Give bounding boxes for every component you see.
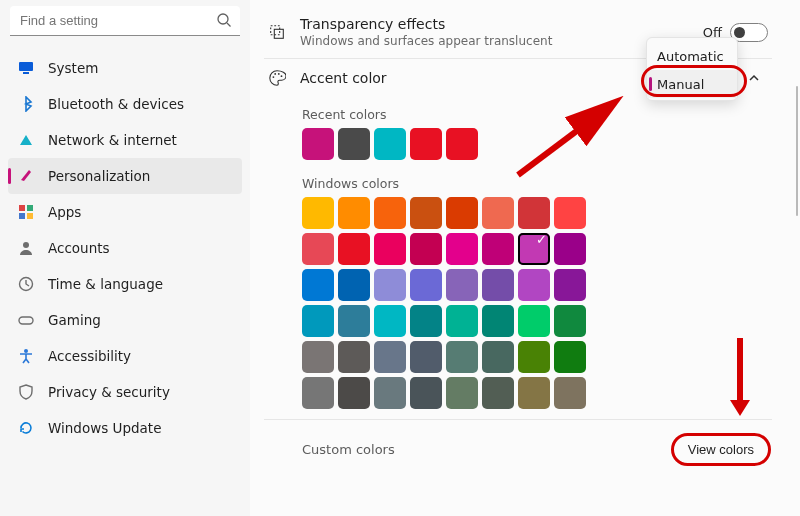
windows-color-swatch[interactable] [482,377,514,409]
windows-color-swatch[interactable] [482,269,514,301]
recent-color-swatch[interactable] [410,128,442,160]
svg-point-16 [278,73,280,75]
windows-color-swatch[interactable] [446,197,478,229]
recent-color-swatch[interactable] [338,128,370,160]
scrollbar-thumb[interactable] [796,86,798,216]
transparency-icon [268,23,286,41]
windows-color-swatch[interactable] [482,233,514,265]
windows-color-swatch[interactable] [518,341,550,373]
svg-rect-13 [274,29,283,38]
windows-color-swatch[interactable] [554,269,586,301]
sidebar-item-time-language[interactable]: Time & language [8,266,242,302]
toggle-knob [734,27,745,38]
settings-sidebar: SystemBluetooth & devicesNetwork & inter… [0,0,250,516]
clock-icon [18,276,34,292]
windows-color-swatch[interactable] [410,269,442,301]
windows-color-swatch[interactable] [554,233,586,265]
transparency-subtitle: Windows and surfaces appear translucent [300,34,703,48]
windows-color-swatch[interactable] [302,341,334,373]
sidebar-item-gaming[interactable]: Gaming [8,302,242,338]
windows-color-swatch[interactable] [338,305,370,337]
svg-rect-5 [27,205,33,211]
windows-color-swatch[interactable] [554,305,586,337]
windows-color-swatch[interactable] [410,341,442,373]
windows-color-swatch[interactable] [338,377,370,409]
recent-colors-row [302,128,772,160]
dropdown-option-automatic[interactable]: Automatic [647,42,737,70]
sidebar-item-system[interactable]: System [8,50,242,86]
recent-color-swatch[interactable] [446,128,478,160]
windows-color-swatch[interactable] [446,269,478,301]
windows-color-swatch[interactable] [302,233,334,265]
windows-color-swatch[interactable] [338,341,370,373]
recent-colors-label: Recent colors [302,107,772,122]
windows-color-swatch[interactable] [410,197,442,229]
windows-color-swatch[interactable] [446,377,478,409]
windows-color-swatch[interactable] [302,269,334,301]
sidebar-item-personalization[interactable]: Personalization [8,158,242,194]
windows-color-swatch[interactable] [374,269,406,301]
custom-colors-label: Custom colors [302,442,674,457]
windows-color-swatch[interactable] [410,233,442,265]
sidebar-item-accounts[interactable]: Accounts [8,230,242,266]
sidebar-item-network-internet[interactable]: Network & internet [8,122,242,158]
svg-rect-10 [19,317,33,324]
windows-color-swatch[interactable] [374,341,406,373]
windows-color-swatch[interactable] [410,377,442,409]
sidebar-item-apps[interactable]: Apps [8,194,242,230]
windows-color-swatch[interactable] [518,377,550,409]
search-input[interactable] [10,6,240,36]
windows-color-swatch[interactable] [482,197,514,229]
windows-color-swatch[interactable] [554,377,586,409]
windows-color-swatch[interactable] [338,197,370,229]
windows-color-swatch[interactable] [338,233,370,265]
palette-icon [268,69,286,87]
sidebar-item-windows-update[interactable]: Windows Update [8,410,242,446]
update-icon [18,420,34,436]
windows-color-swatch[interactable] [482,341,514,373]
windows-color-swatch[interactable] [554,197,586,229]
accent-row[interactable]: Accent color Automatic Manual [264,59,772,97]
windows-color-swatch[interactable] [338,269,370,301]
windows-color-swatch[interactable] [302,197,334,229]
accent-mode-dropdown[interactable]: Automatic Manual [646,37,738,101]
windows-color-swatch[interactable] [518,305,550,337]
sidebar-item-privacy-security[interactable]: Privacy & security [8,374,242,410]
sidebar-item-accessibility[interactable]: Accessibility [8,338,242,374]
svg-point-14 [273,76,275,78]
dropdown-option-manual[interactable]: Manual [647,70,737,98]
windows-color-swatch[interactable] [446,233,478,265]
windows-color-swatch[interactable] [374,233,406,265]
svg-rect-2 [19,62,33,71]
windows-color-swatch[interactable] [518,269,550,301]
sidebar-item-label: Bluetooth & devices [48,96,184,112]
windows-color-swatch[interactable] [302,305,334,337]
sidebar-item-label: Accounts [48,240,110,256]
sidebar-item-label: Network & internet [48,132,177,148]
view-colors-button[interactable]: View colors [674,436,768,463]
windows-color-swatch[interactable] [518,197,550,229]
windows-color-swatch[interactable] [446,305,478,337]
windows-color-swatch[interactable] [374,377,406,409]
chevron-up-icon[interactable] [747,71,761,85]
svg-rect-3 [23,72,29,74]
svg-line-1 [227,23,231,27]
windows-color-swatch[interactable] [446,341,478,373]
recent-color-swatch[interactable] [302,128,334,160]
windows-color-swatch[interactable] [302,377,334,409]
windows-color-swatch[interactable] [374,197,406,229]
shield-icon [18,384,34,400]
windows-color-swatch[interactable] [518,233,550,265]
svg-point-15 [274,73,276,75]
sidebar-item-bluetooth-devices[interactable]: Bluetooth & devices [8,86,242,122]
search-icon [216,12,232,28]
windows-color-swatch[interactable] [554,341,586,373]
recent-color-swatch[interactable] [374,128,406,160]
windows-colors-label: Windows colors [302,176,772,191]
nav-list: SystemBluetooth & devicesNetwork & inter… [8,50,242,446]
windows-color-swatch[interactable] [410,305,442,337]
sidebar-item-label: Personalization [48,168,150,184]
accessibility-icon [18,348,34,364]
windows-color-swatch[interactable] [482,305,514,337]
windows-color-swatch[interactable] [374,305,406,337]
